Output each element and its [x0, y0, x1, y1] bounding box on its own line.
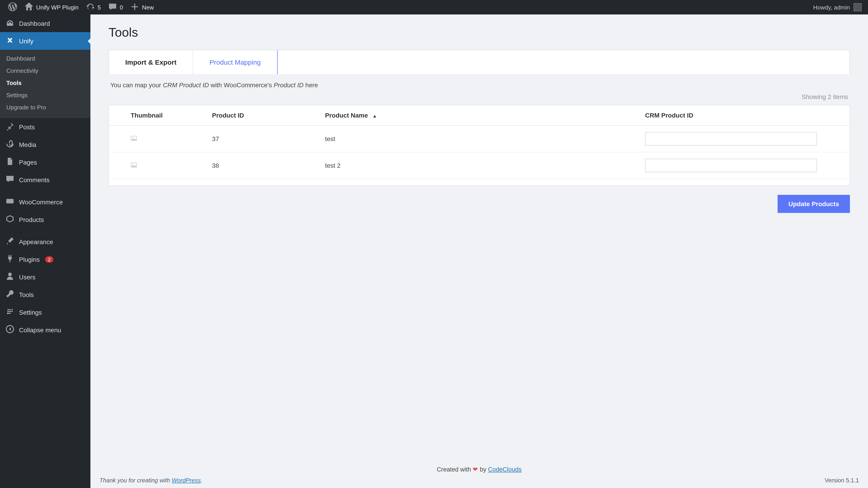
wp-footer: Thank you for creating with WordPress. V… — [90, 473, 868, 488]
sidebar-item-label: Plugins — [19, 256, 40, 263]
submenu-item-upgrade[interactable]: Upgrade to Pro — [0, 101, 90, 114]
sidebar-item-unify[interactable]: Unify — [0, 32, 90, 50]
tab-import-export[interactable]: Import & Export — [109, 50, 193, 74]
greeting: Howdy, admin — [813, 4, 850, 11]
credit-bar: Created with ❤ by CodeClouds — [90, 466, 868, 473]
cell-product-id: 38 — [204, 152, 317, 179]
sidebar-item-collapse[interactable]: Collapse menu — [0, 321, 90, 339]
products-icon — [5, 214, 14, 225]
table-row: 37 test — [109, 125, 849, 152]
wordpress-icon — [8, 2, 17, 12]
crm-product-id-input[interactable] — [645, 159, 817, 172]
plugins-badge: 2 — [45, 256, 53, 263]
wordpress-link[interactable]: WordPress — [172, 477, 201, 484]
version-label: Version 5.1.1 — [825, 477, 859, 484]
sidebar-item-label: Unify — [19, 37, 33, 44]
pin-icon — [5, 122, 14, 132]
sidebar-item-appearance[interactable]: Appearance — [0, 233, 90, 250]
account-menu[interactable]: Howdy, admin — [813, 3, 864, 11]
sidebar-item-label: Comments — [19, 176, 50, 183]
sidebar-item-label: Users — [19, 273, 35, 280]
svg-point-2 — [7, 313, 8, 314]
sidebar-item-woocommerce[interactable]: WooCommerce — [0, 193, 90, 211]
site-link[interactable]: Unify WP Plugin — [21, 0, 82, 14]
submenu-item-dashboard[interactable]: Dashboard — [0, 53, 90, 65]
sidebar-item-label: Media — [19, 141, 36, 148]
updates-link[interactable]: 5 — [82, 0, 104, 14]
page-icon — [5, 157, 14, 167]
dashboard-icon — [5, 18, 14, 29]
unify-icon — [5, 36, 14, 46]
sort-asc-icon: ▲ — [373, 114, 377, 118]
svg-point-1 — [11, 309, 13, 310]
sidebar-item-label: Tools — [19, 291, 34, 298]
sidebar-item-label: WooCommerce — [19, 198, 63, 206]
update-products-button[interactable]: Update Products — [778, 195, 850, 213]
home-icon — [24, 2, 33, 12]
crm-product-id-input[interactable] — [645, 132, 817, 146]
plug-icon — [5, 254, 14, 265]
admin-topbar: Unify WP Plugin 5 0 New — [0, 0, 868, 14]
submenu-item-connectivity[interactable]: Connectivity — [0, 65, 90, 77]
sidebar-item-users[interactable]: Users — [0, 268, 90, 286]
media-icon — [5, 139, 14, 150]
collapse-icon — [5, 325, 14, 335]
heart-icon: ❤ — [473, 466, 478, 473]
sidebar-item-label: Collapse menu — [19, 326, 61, 333]
plus-icon — [130, 2, 139, 12]
sidebar-item-comments[interactable]: Comments — [0, 171, 90, 188]
sidebar-item-label: Products — [19, 216, 44, 223]
col-product-id[interactable]: Product ID — [204, 105, 317, 125]
cell-product-name: test — [317, 125, 637, 152]
sidebar-item-media[interactable]: Media — [0, 135, 90, 153]
updates-count: 5 — [97, 4, 101, 11]
cell-product-id: 37 — [204, 125, 317, 152]
sidebar-item-tools[interactable]: Tools — [0, 286, 90, 303]
col-crm-product-id[interactable]: CRM Product ID — [637, 105, 849, 125]
woocommerce-icon — [5, 196, 14, 207]
svg-point-7 — [132, 164, 133, 164]
codeclouds-link[interactable]: CodeClouds — [488, 466, 522, 473]
sidebar-item-label: Dashboard — [19, 20, 50, 27]
col-thumbnail[interactable]: Thumbnail — [109, 105, 204, 125]
tabs: Import & Export Product Mapping — [108, 50, 850, 74]
sidebar-item-label: Appearance — [19, 238, 53, 245]
wrench-icon — [5, 289, 14, 300]
user-icon — [5, 272, 14, 282]
sidebar-item-dashboard[interactable]: Dashboard — [0, 14, 90, 32]
sidebar-item-plugins[interactable]: Plugins 2 — [0, 250, 90, 268]
table-row: 38 test 2 — [109, 152, 849, 179]
content-area: Tools Import & Export Product Mapping Yo… — [90, 14, 868, 488]
sidebar-item-settings[interactable]: Settings — [0, 303, 90, 321]
col-product-name[interactable]: Product Name ▲ — [317, 105, 637, 125]
showing-count: Showing 2 items — [108, 93, 850, 105]
sidebar-item-posts[interactable]: Posts — [0, 118, 90, 135]
update-icon — [86, 2, 95, 12]
brush-icon — [5, 237, 14, 247]
sidebar-item-products[interactable]: Products — [0, 211, 90, 228]
sidebar-submenu: Dashboard Connectivity Tools Settings Up… — [0, 50, 90, 118]
avatar — [854, 3, 862, 11]
sidebar-item-label: Settings — [19, 308, 42, 316]
comment-icon — [5, 175, 14, 185]
new-link[interactable]: New — [127, 0, 157, 14]
admin-sidebar: Dashboard Unify Dashboard Connectivity T… — [0, 14, 90, 488]
site-name: Unify WP Plugin — [36, 4, 79, 11]
image-placeholder-icon — [131, 162, 137, 168]
wp-logo[interactable] — [4, 0, 21, 14]
comments-count: 0 — [120, 4, 123, 11]
submenu-item-settings[interactable]: Settings — [0, 89, 90, 101]
submenu-item-tools[interactable]: Tools — [0, 77, 90, 89]
description-text: You can map your CRM Product ID with Woo… — [108, 74, 850, 93]
sidebar-item-label: Posts — [19, 123, 35, 130]
page-title: Tools — [108, 24, 850, 40]
product-mapping-table-card: Thumbnail Product ID Product Name ▲ CRM … — [108, 105, 850, 186]
tab-product-mapping[interactable]: Product Mapping — [193, 50, 278, 74]
new-label: New — [142, 4, 154, 11]
image-placeholder-icon — [131, 135, 137, 141]
sidebar-item-pages[interactable]: Pages — [0, 153, 90, 171]
svg-rect-0 — [6, 199, 13, 204]
settings-icon — [5, 307, 14, 317]
svg-point-5 — [132, 137, 133, 138]
comments-link[interactable]: 0 — [104, 0, 127, 14]
